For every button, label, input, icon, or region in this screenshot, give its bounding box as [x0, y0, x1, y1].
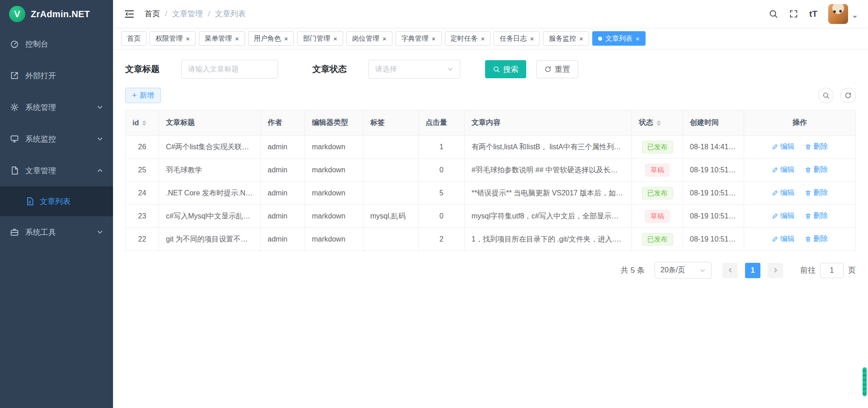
delete-button[interactable]: 删除	[805, 234, 828, 244]
refresh-table-button[interactable]	[840, 88, 856, 103]
tab-label: 首页	[127, 34, 141, 43]
tags-view-bar: 首页 权限管理 × 菜单管理 × 用户角色 × 部门管理 × 岗位管理 ×	[113, 28, 868, 50]
fullscreen-icon[interactable]	[789, 9, 798, 19]
table-header-row: id 文章标题 作者 编辑器类型 标签 点击量 文章内容 状态 创建时间 操作	[126, 110, 856, 136]
cell-id: 23	[126, 205, 159, 228]
sidebar-collapse-icon[interactable]	[124, 9, 135, 19]
select-placeholder: 请选择	[375, 65, 397, 74]
tab-article-list[interactable]: 文章列表 ×	[592, 31, 646, 46]
cell-editor-type: markdown	[305, 159, 363, 182]
toolbar-right	[818, 88, 856, 103]
tab-scheduled-tasks[interactable]: 定时任务 ×	[445, 31, 491, 46]
delete-button[interactable]: 删除	[805, 165, 828, 175]
logo-letter: V	[14, 9, 20, 19]
sidebar-item-system-monitor[interactable]: 系统监控	[0, 123, 113, 155]
avatar[interactable]	[828, 4, 848, 24]
logo-icon: V	[9, 6, 25, 22]
column-header-content: 文章内容	[465, 110, 632, 136]
edit-button[interactable]: 编辑	[772, 211, 795, 221]
page-size-select[interactable]: 20条/页	[655, 262, 712, 279]
close-icon[interactable]: ×	[382, 35, 387, 42]
close-icon[interactable]: ×	[432, 35, 436, 42]
column-header-created: 创建时间	[683, 110, 744, 136]
close-icon[interactable]: ×	[579, 35, 583, 42]
edit-button[interactable]: 编辑	[772, 234, 795, 244]
plus-icon: +	[132, 91, 137, 100]
tab-label: 文章列表	[605, 34, 632, 43]
close-icon[interactable]: ×	[530, 35, 534, 42]
delete-button[interactable]: 删除	[805, 142, 828, 152]
delete-button[interactable]: 删除	[805, 188, 828, 198]
tab-post-management[interactable]: 岗位管理 ×	[346, 31, 392, 46]
tab-label: 权限管理	[156, 34, 183, 43]
reset-button[interactable]: 重置	[536, 60, 578, 78]
app-title: ZrAdmin.NET	[31, 9, 90, 19]
edit-button[interactable]: 编辑	[772, 188, 795, 198]
cell-created: 08-19 10:51:22	[683, 228, 744, 251]
breadcrumb-item-article-management[interactable]: 文章管理	[172, 9, 203, 19]
cell-content: #羽毛球拍参数说明 ## 中管软硬选择以及长度介...	[465, 159, 632, 182]
close-icon[interactable]: ×	[481, 35, 485, 42]
page-number-button[interactable]: 1	[745, 263, 760, 278]
page-content: 文章标题 文章状态 请选择 搜索	[113, 50, 868, 408]
caret-down-icon[interactable]	[853, 16, 857, 20]
article-status-label: 文章状态	[312, 63, 347, 75]
column-header-status[interactable]: 状态	[632, 110, 683, 136]
prev-page-button[interactable]	[722, 263, 738, 278]
page-unit-label: 页	[848, 265, 856, 275]
cell-author: admin	[261, 228, 305, 251]
edit-button[interactable]: 编辑	[772, 165, 795, 175]
sidebar-item-dashboard[interactable]: 控制台	[0, 28, 113, 60]
sidebar-item-article-management[interactable]: 文章管理	[0, 155, 113, 186]
goto-page-input[interactable]	[820, 263, 844, 278]
breadcrumb-item-home[interactable]: 首页	[145, 9, 160, 19]
tab-label: 定时任务	[451, 34, 478, 43]
font-size-icon[interactable]: tT	[809, 9, 817, 19]
sidebar-item-system-tools[interactable]: 系统工具	[0, 216, 113, 248]
search-icon[interactable]	[769, 9, 778, 19]
close-icon[interactable]: ×	[333, 35, 337, 42]
toggle-search-button[interactable]	[818, 88, 834, 103]
sidebar-item-external-open[interactable]: 外部打开	[0, 60, 113, 91]
column-header-actions: 操作	[744, 110, 856, 136]
sidebar-item-system-management[interactable]: 系统管理	[0, 91, 113, 123]
add-button-label: 新增	[140, 91, 154, 100]
close-icon[interactable]: ×	[636, 35, 640, 42]
tab-service-monitor[interactable]: 服务监控 ×	[543, 31, 589, 46]
table-row: 26 C#两个list集合实现关联，... admin markdown 1 有…	[126, 136, 856, 159]
tab-task-log[interactable]: 任务日志 ×	[494, 31, 540, 46]
edit-button[interactable]: 编辑	[772, 142, 795, 152]
article-icon	[25, 197, 34, 206]
delete-button[interactable]: 删除	[805, 211, 828, 221]
logo: V ZrAdmin.NET	[0, 0, 113, 28]
search-form: 文章标题 文章状态 请选择 搜索	[125, 60, 856, 79]
sort-icon[interactable]	[656, 120, 661, 126]
scrollbar-thumb[interactable]	[863, 367, 867, 396]
tab-dict-management[interactable]: 字典管理 ×	[396, 31, 442, 46]
article-title-input[interactable]	[181, 60, 278, 79]
sidebar-item-article-list[interactable]: 文章列表	[0, 186, 113, 216]
add-button[interactable]: + 新增	[125, 88, 161, 103]
tab-home[interactable]: 首页	[121, 31, 146, 46]
sort-icon[interactable]	[142, 120, 146, 126]
tab-user-role[interactable]: 用户角色 ×	[248, 31, 294, 46]
tab-department-management[interactable]: 部门管理 ×	[297, 31, 343, 46]
refresh-icon	[544, 66, 552, 73]
close-icon[interactable]: ×	[284, 35, 288, 42]
next-page-button[interactable]	[768, 263, 783, 278]
tab-permission-management[interactable]: 权限管理 ×	[150, 31, 196, 46]
cell-created: 08-19 10:51:29	[683, 159, 744, 182]
table-toolbar: + 新增	[125, 88, 856, 103]
close-icon[interactable]: ×	[186, 35, 190, 42]
search-button[interactable]: 搜索	[485, 60, 526, 78]
chevron-down-icon	[97, 229, 103, 235]
document-icon	[10, 166, 19, 175]
article-status-select[interactable]: 请选择	[368, 60, 460, 79]
cell-editor-type: markdown	[305, 205, 363, 228]
cell-editor-type: markdown	[305, 136, 363, 159]
column-header-id[interactable]: id	[126, 110, 159, 136]
pagination: 共 5 条 20条/页 1 前往 页	[125, 262, 856, 279]
gear-icon	[10, 103, 19, 112]
tab-menu-management[interactable]: 菜单管理 ×	[199, 31, 245, 46]
close-icon[interactable]: ×	[235, 35, 239, 42]
